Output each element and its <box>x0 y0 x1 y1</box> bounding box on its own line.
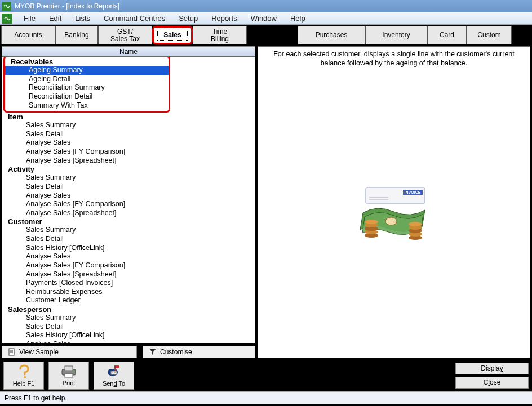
svg-point-9 <box>385 217 397 225</box>
titlebar: MYOB Premier - [Index to Reports] <box>0 0 532 12</box>
list-item[interactable]: Ageing Summary <box>5 66 169 75</box>
invoice-illustration: INVOICE <box>349 185 439 247</box>
svg-rect-0 <box>9 349 14 355</box>
main-area: Name Receivables Ageing Summary Ageing D… <box>0 44 532 360</box>
highlighted-receivables-group: Receivables Ageing Summary Ageing Detail… <box>3 57 170 113</box>
menu-command-centres[interactable]: Command Centres <box>97 14 172 23</box>
list-item[interactable]: Ageing Detail <box>5 75 169 84</box>
list-column-header-name[interactable]: Name <box>2 46 255 56</box>
list-item[interactable]: Reconciliation Summary <box>5 83 169 92</box>
customise-button[interactable]: Customise <box>143 346 255 358</box>
list-item[interactable]: Analyse Sales [Spreadsheet] <box>2 270 255 279</box>
svg-rect-26 <box>114 365 116 371</box>
list-item[interactable]: Customer Ledger <box>2 296 255 305</box>
list-item[interactable]: Analyse Sales [FY Comparison] <box>2 148 255 157</box>
report-description: For each selected customer, displays a s… <box>264 50 524 68</box>
right-panel: For each selected customer, displays a s… <box>258 46 530 358</box>
svg-rect-23 <box>65 374 73 377</box>
report-list-scroll[interactable]: Receivables Ageing Summary Ageing Detail… <box>2 57 255 343</box>
app-icon <box>2 2 11 11</box>
list-item[interactable]: Summary With Tax <box>5 101 169 110</box>
menu-reports[interactable]: Reports <box>205 14 244 23</box>
list-item[interactable]: Sales Summary <box>2 121 255 130</box>
group-salesperson: Salesperson <box>2 305 255 314</box>
list-item[interactable]: Analyse Sales <box>2 252 255 261</box>
report-list: Receivables Ageing Summary Ageing Detail… <box>2 56 255 343</box>
statusbar: Press F1 to get help. <box>0 391 532 404</box>
list-item[interactable]: Analyse Sales <box>2 191 255 200</box>
group-receivables: Receivables <box>5 57 169 66</box>
app-icon-small <box>2 14 12 24</box>
window-title: MYOB Premier - [Index to Reports] <box>15 2 119 10</box>
svg-point-19 <box>409 222 422 226</box>
view-sample-button[interactable]: View Sample <box>2 346 137 358</box>
list-item[interactable]: Reconciliation Detail <box>5 92 169 101</box>
close-button[interactable]: Close <box>455 377 529 389</box>
list-item[interactable]: Sales Detail <box>2 235 255 244</box>
list-item[interactable]: Sales Summary <box>2 226 255 235</box>
menu-file[interactable]: File <box>17 14 42 23</box>
menu-lists[interactable]: Lists <box>68 14 97 23</box>
list-item[interactable]: Sales Summary <box>2 173 255 182</box>
tab-sales[interactable]: Sales <box>152 26 193 44</box>
menu-setup[interactable]: Setup <box>172 14 205 23</box>
tab-card[interactable]: Card <box>427 26 467 44</box>
menu-window[interactable]: Window <box>244 14 283 23</box>
menu-edit[interactable]: Edit <box>42 14 68 23</box>
list-item[interactable]: Analyse Sales [FY Comparison] <box>2 200 255 209</box>
svg-point-14 <box>365 220 378 224</box>
tab-time-billing[interactable]: Time Billing <box>193 26 247 44</box>
document-icon <box>8 348 16 356</box>
svg-rect-27 <box>116 365 119 368</box>
list-item[interactable]: Sales Detail <box>2 130 255 139</box>
list-item[interactable]: Sales History [OfficeLink] <box>2 331 255 340</box>
left-panel: Name Receivables Ageing Summary Ageing D… <box>2 46 255 358</box>
tab-inventory[interactable]: Inventory <box>365 26 427 44</box>
menu-help[interactable]: Help <box>283 14 312 23</box>
tab-banking[interactable]: Banking <box>55 26 98 44</box>
list-item[interactable]: Analyse Sales <box>2 340 255 343</box>
send-to-button[interactable]: Send To <box>94 362 134 390</box>
list-item[interactable]: Reimbursable Expenses <box>2 288 255 297</box>
list-item[interactable]: Sales Summary <box>2 314 255 323</box>
menubar: File Edit Lists Command Centres Setup Re… <box>0 12 532 25</box>
list-item[interactable]: Sales Detail <box>2 323 255 332</box>
help-button[interactable]: Help F1 <box>3 362 44 390</box>
tab-custom[interactable]: Custom <box>467 26 512 44</box>
svg-rect-22 <box>65 366 73 371</box>
svg-text:INVOICE: INVOICE <box>405 190 421 194</box>
print-button[interactable]: Print <box>48 362 89 390</box>
group-item: Item <box>2 113 255 121</box>
bottom-toolbar: Help F1 Print Send To Display Clos <box>0 360 532 391</box>
list-item[interactable]: Sales History [OfficeLink] <box>2 244 255 253</box>
mailbox-icon <box>105 364 122 379</box>
toolbar-tabs: Accounts Banking GST/ Sales Tax Sales Ti… <box>0 25 532 44</box>
funnel-icon <box>149 348 157 356</box>
printer-icon <box>60 365 77 378</box>
group-activity: Activity <box>2 165 255 173</box>
list-item[interactable]: Analyse Sales [FY Comparison] <box>2 261 255 270</box>
list-item[interactable]: Analyse Sales [Spreadsheet] <box>2 157 255 166</box>
svg-point-24 <box>73 371 74 372</box>
group-customer: Customer <box>2 217 255 226</box>
help-icon <box>17 364 30 379</box>
list-item[interactable]: Analyse Sales <box>2 139 255 148</box>
tab-purchases[interactable]: Purchases <box>298 26 365 44</box>
statusbar-text: Press F1 to get help. <box>5 394 67 402</box>
list-item[interactable]: Sales Detail <box>2 182 255 191</box>
list-item[interactable]: Payments [Closed Invoices] <box>2 279 255 288</box>
svg-point-20 <box>24 376 26 378</box>
tab-accounts[interactable]: Accounts <box>1 26 55 44</box>
left-panel-buttons: View Sample Customise <box>2 346 255 358</box>
display-button[interactable]: Display <box>455 363 529 374</box>
list-item[interactable]: Analyse Sales [Spreadsheet] <box>2 209 255 218</box>
tab-gst-sales-tax[interactable]: GST/ Sales Tax <box>98 26 152 44</box>
